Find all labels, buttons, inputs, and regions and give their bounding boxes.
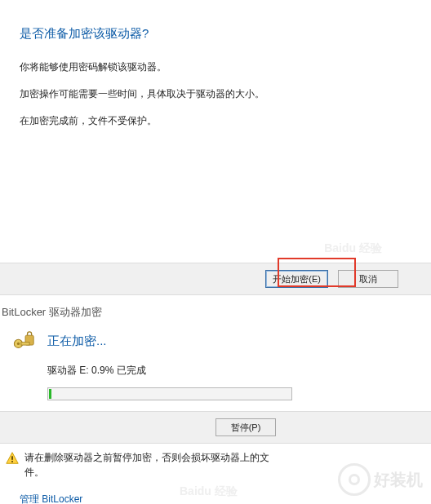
dialog-line2: 加密操作可能需要一些时间，具体取决于驱动器的大小。	[20, 85, 411, 104]
dialog-button-row: 开始加密(E) 取消	[0, 263, 431, 295]
manage-bitlocker-link[interactable]: 管理 BitLocker	[20, 493, 82, 504]
svg-rect-3	[21, 343, 29, 345]
dialog-line3: 在加密完成前，文件不受保护。	[20, 112, 411, 130]
cancel-button[interactable]: 取消	[338, 270, 398, 288]
progress-bar	[47, 387, 292, 400]
pause-button[interactable]: 暂停(P)	[216, 418, 276, 436]
start-encrypt-button[interactable]: 开始加密(E)	[265, 270, 328, 288]
watermark-baidu: Baidu 经验	[324, 241, 382, 256]
warning-text: 请在删除驱动器之前暂停加密，否则会损坏驱动器上的文件。	[24, 450, 284, 480]
key-lock-icon	[11, 331, 39, 351]
dialog-line1: 你将能够使用密码解锁该驱动器。	[20, 58, 411, 77]
brand-logo-text: 好装机	[374, 469, 423, 491]
warning-icon	[5, 451, 20, 466]
dialog-body: 你将能够使用密码解锁该驱动器。 加密操作可能需要一些时间，具体取决于驱动器的大小…	[20, 58, 411, 130]
svg-rect-5	[11, 461, 13, 462]
pause-button-row: 暂停(P)	[0, 411, 431, 444]
progress-fill	[49, 389, 51, 399]
encrypting-title: 正在加密...	[47, 334, 107, 349]
dialog-heading: 是否准备加密该驱动器?	[20, 26, 411, 42]
svg-point-2	[17, 343, 20, 345]
watermark-baidu-2: Baidu 经验	[180, 484, 238, 499]
watermark-brand: 好装机	[338, 463, 423, 496]
svg-rect-4	[11, 456, 13, 460]
progress-status: 驱动器 E: 0.9% 已完成	[11, 364, 431, 378]
brand-logo-icon	[338, 463, 371, 496]
progress-window-title: BitLocker 驱动器加密	[0, 305, 431, 320]
